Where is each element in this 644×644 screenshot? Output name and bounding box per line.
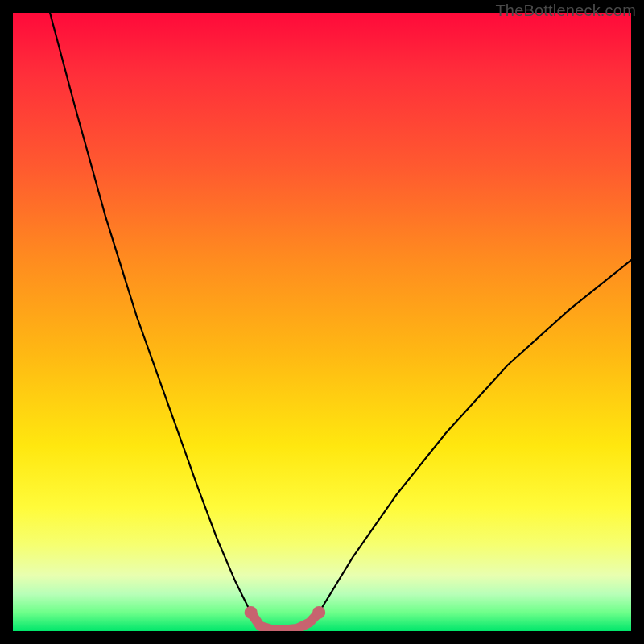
- plot-area: [13, 13, 631, 631]
- curve-svg: [13, 13, 631, 631]
- series-curve-left: [50, 13, 251, 613]
- valley-endpoint-marker-0: [245, 606, 258, 619]
- chart-frame: TheBottleneck.com: [0, 0, 644, 644]
- valley-endpoint-marker-1: [312, 606, 325, 619]
- series-curve-right: [319, 260, 631, 613]
- series-valley-segment: [251, 613, 319, 630]
